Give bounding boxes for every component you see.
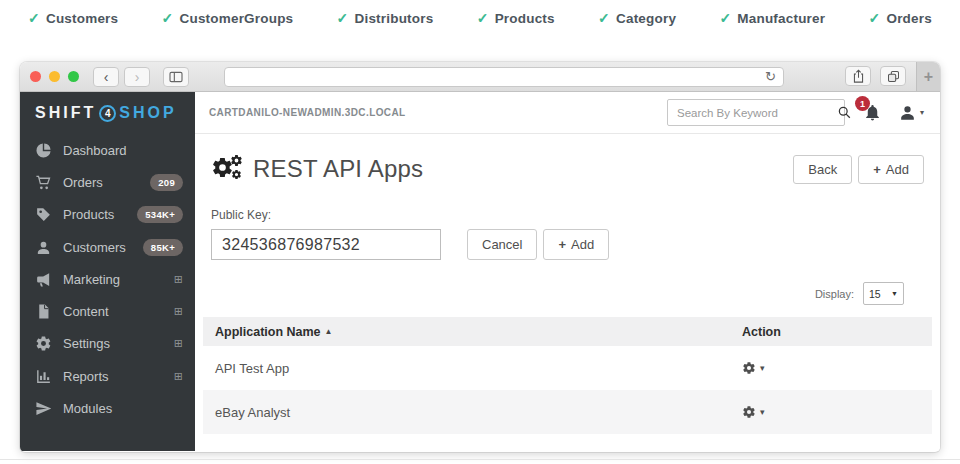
back-chevron-icon: ‹ [104, 70, 109, 84]
user-menu-button[interactable]: ▾ [898, 103, 924, 122]
sidebar-item-label: Reports [63, 369, 109, 384]
user-icon [898, 103, 917, 122]
expand-icon[interactable]: ⊞ [174, 370, 183, 383]
sidebar-toggle-button[interactable] [163, 67, 189, 87]
display-count-row: Display: 15 ▼ [195, 260, 940, 305]
admin-topbar: CARTDANILO-NEWADMIN.3DC.LOCAL 1 ▾ [195, 92, 940, 134]
address-bar[interactable]: ↻ [224, 67, 784, 87]
tabs-icon [886, 69, 901, 84]
sidebar-item-content[interactable]: Content ⊞ [20, 295, 195, 327]
share-button[interactable] [845, 66, 871, 86]
search-icon[interactable] [837, 105, 852, 120]
sidebar-item-settings[interactable]: Settings ⊞ [20, 328, 195, 360]
logo-circle-4: 4 [99, 105, 116, 122]
sort-ascending-icon: ▲ [325, 327, 333, 336]
page-bottom-divider [0, 459, 960, 460]
customers-count-badge: 85K+ [143, 239, 183, 256]
sidebar-item-products[interactable]: Products 534K+ [20, 199, 195, 231]
check-icon: ✓ [162, 10, 174, 26]
select-caret-icon: ▼ [891, 290, 898, 297]
display-selected-value: 15 [869, 288, 881, 300]
sync-status-bar: ✓Customers ✓CustomerGroups ✓Distributors… [0, 0, 960, 32]
expand-icon[interactable]: ⊞ [174, 337, 183, 350]
plus-icon: + [873, 162, 881, 177]
sidebar-item-orders[interactable]: Orders 209 [20, 166, 195, 198]
admin-sidebar: SHIFT 4 SHOP Dashboard Orders 209 Produc… [20, 92, 195, 451]
tab-overview-button[interactable] [880, 66, 906, 86]
zoom-window-button[interactable] [68, 71, 79, 82]
products-count-badge: 534K+ [137, 206, 183, 223]
cart-icon [35, 174, 52, 191]
row-action-menu[interactable]: ▾ [742, 405, 920, 419]
bar-chart-icon [35, 368, 52, 385]
column-header-application-name[interactable]: Application Name ▲ [215, 325, 742, 339]
sync-item-label: Manufacturer [737, 11, 825, 26]
sync-item-label: Orders [886, 11, 931, 26]
close-window-button[interactable] [30, 71, 41, 82]
expand-icon[interactable]: ⊞ [174, 273, 183, 286]
sync-item-label: CustomerGroups [179, 11, 293, 26]
sidebar-item-label: Products [63, 207, 114, 222]
orders-count-badge: 209 [150, 174, 183, 191]
traffic-lights [30, 71, 79, 82]
main-content: CARTDANILO-NEWADMIN.3DC.LOCAL 1 ▾ [195, 92, 940, 451]
chevron-down-icon: ▾ [920, 108, 924, 117]
gear-icon [742, 361, 756, 375]
back-button[interactable]: Back [793, 155, 852, 184]
minimize-window-button[interactable] [49, 71, 60, 82]
shift4shop-logo[interactable]: SHIFT 4 SHOP [20, 92, 195, 134]
sidebar-item-label: Dashboard [63, 143, 127, 158]
public-key-input[interactable] [211, 229, 441, 260]
search-input[interactable] [668, 107, 837, 119]
notifications-button[interactable]: 1 [863, 103, 882, 122]
display-label: Display: [815, 288, 854, 300]
sidebar-item-label: Customers [63, 240, 126, 255]
sidebar-item-label: Orders [63, 175, 103, 190]
cancel-button[interactable]: Cancel [467, 229, 537, 260]
gear-icon [35, 335, 52, 352]
address-input[interactable] [225, 69, 765, 85]
tags-icon [35, 206, 52, 223]
refresh-icon[interactable]: ↻ [765, 69, 783, 84]
sync-item-customers: ✓Customers [28, 10, 118, 26]
sync-item-distributors: ✓Distributors [337, 10, 434, 26]
app-name-cell: API Test App [215, 361, 742, 376]
sync-item-label: Customers [46, 11, 118, 26]
table-row: eBay Analyst ▾ [203, 390, 932, 434]
forward-chevron-icon: › [135, 70, 140, 84]
logo-text-shift: SHIFT [35, 104, 96, 122]
app-name-cell: eBay Analyst [215, 405, 742, 420]
notification-badge: 1 [855, 96, 870, 111]
sync-item-orders: ✓Orders [869, 10, 932, 26]
display-count-select[interactable]: 15 ▼ [863, 282, 904, 305]
check-icon: ✓ [719, 10, 731, 26]
sidebar-item-label: Settings [63, 336, 110, 351]
public-key-section: Public Key: Cancel +Add [195, 184, 940, 260]
browser-forward-button[interactable]: › [124, 67, 150, 87]
new-tab-button[interactable]: + [916, 62, 940, 91]
expand-icon[interactable]: ⊞ [174, 305, 183, 318]
sidebar-item-marketing[interactable]: Marketing ⊞ [20, 263, 195, 295]
row-action-menu[interactable]: ▾ [742, 361, 920, 375]
public-key-label: Public Key: [211, 208, 924, 222]
plus-icon: + [558, 237, 566, 252]
gear-icon [742, 405, 756, 419]
browser-toolbar: ‹ › ↻ + [20, 62, 940, 92]
sidebar-item-reports[interactable]: Reports ⊞ [20, 360, 195, 392]
keyword-search-box[interactable] [667, 99, 845, 126]
check-icon: ✓ [869, 10, 881, 26]
browser-back-button[interactable]: ‹ [93, 67, 119, 87]
sidebar-item-dashboard[interactable]: Dashboard [20, 134, 195, 166]
share-icon [851, 69, 866, 84]
sidebar-item-customers[interactable]: Customers 85K+ [20, 231, 195, 263]
add-button[interactable]: +Add [858, 155, 924, 184]
table-row: API Test App ▾ [203, 346, 932, 390]
browser-window: ‹ › ↻ + SHIFT 4 SHOP Dashboard [20, 62, 940, 452]
check-icon: ✓ [28, 10, 40, 26]
confirm-add-button[interactable]: +Add [543, 229, 609, 260]
api-apps-table: Application Name ▲ Action API Test App ▾… [203, 317, 932, 434]
megaphone-icon [35, 271, 52, 288]
file-icon [35, 303, 52, 320]
dashboard-icon [35, 142, 52, 159]
sidebar-item-modules[interactable]: Modules [20, 392, 195, 424]
